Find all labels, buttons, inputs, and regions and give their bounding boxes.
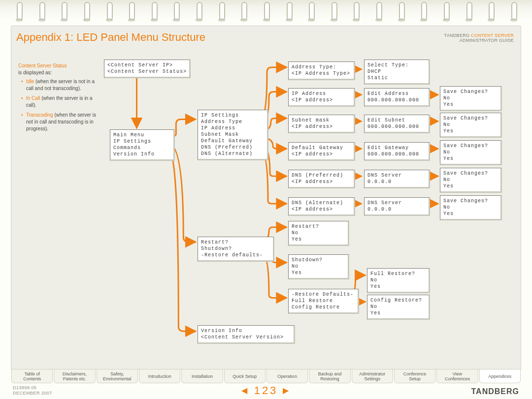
legend-item: Idle (when the server is not in a call a… [21, 78, 97, 92]
box-save-3: Save Changes? No Yes [440, 140, 502, 165]
ring-icon [145, 0, 163, 26]
legend-subheading: is displayed as: [18, 70, 52, 75]
spiral-binding [10, 0, 522, 26]
page-number-value: 123 [254, 384, 278, 397]
ring-icon [280, 0, 298, 26]
box-cfgrest: Config Restore? No Yes [367, 295, 430, 320]
ring-icon [190, 0, 207, 26]
legend-item: In Call (when the server is in a call). [21, 95, 97, 109]
tab-table-of-contents[interactable]: Table ofContents [11, 369, 53, 383]
box-dnspref: DNS (Preferred) <IP address> [288, 170, 355, 188]
box-restoredef: -Restore Defaults- Full Restore Config R… [288, 289, 359, 314]
status-legend: Content Server Status is displayed as: I… [18, 62, 97, 135]
sheet: Appendix 1: LED Panel Menu Structure TAN… [11, 26, 521, 369]
box-save-2: Save Changes? No Yes [440, 113, 502, 138]
tab-backup-and-restoring[interactable]: Backup andRestoring [309, 369, 350, 383]
box-editgw: Edit Gateway 000.000.000.000 [364, 142, 430, 161]
ring-icon [437, 0, 455, 26]
ring-icon [234, 0, 252, 26]
box-subnet: Subnet mask <IP address> [288, 115, 355, 133]
prev-page-icon[interactable]: ◀ [241, 386, 249, 395]
ring-icon [460, 0, 477, 26]
ring-icon [504, 0, 522, 26]
ring-icon [482, 0, 499, 26]
box-root: <Content Server IP> <Content Server Stat… [104, 60, 191, 78]
box-save-5: Save Changes? No Yes [440, 195, 502, 220]
tab-installation[interactable]: Installation [181, 369, 223, 383]
tab-disclaimers-patents-etc[interactable]: Disclaimers,Patents etc. [54, 369, 95, 383]
ring-icon [392, 0, 410, 26]
ring-icon [302, 0, 320, 26]
box-editaddr: Edit Address 000.000.000.000 [364, 88, 430, 107]
page-title: Appendix 1: LED Panel Menu Structure [16, 31, 205, 44]
ring-icon [212, 0, 230, 26]
ring-icon [77, 0, 95, 26]
tab-operation[interactable]: Operation [266, 369, 308, 383]
legend-item: Transcoding (when the server is not in c… [21, 112, 97, 132]
ring-icon [10, 0, 28, 26]
ring-icon [257, 0, 275, 26]
box-save-4: Save Changes? No Yes [440, 168, 502, 193]
box-addrtype: Address Type: <IP Address Type> [288, 61, 355, 80]
ring-icon [347, 0, 365, 26]
next-page-icon[interactable]: ▶ [283, 386, 291, 395]
doc-subtitle: ADMINISTRATOR GUIDE [460, 38, 514, 43]
ring-icon [414, 0, 432, 26]
ring-icon [167, 0, 185, 26]
doc-brand: TANDBERG [444, 33, 471, 38]
ring-icon [100, 0, 118, 26]
ring-icon [369, 0, 387, 26]
box-shutdownq: Shutdown? No Yes [288, 254, 349, 279]
box-cmds: Restart? Shutdown? -Restore defaults- [198, 237, 274, 262]
page: Appendix 1: LED Panel Menu Structure TAN… [0, 0, 532, 399]
box-restartq: Restart? No Yes [288, 221, 349, 246]
tab-safety-environmental[interactable]: Safety,Environmental [97, 369, 138, 383]
doc-product: CONTENT SERVER [471, 33, 514, 38]
tab-view-conferences[interactable]: ViewConferences [436, 369, 478, 383]
box-ipaddr: IP Address <IP address> [288, 88, 355, 107]
tab-administrator-settings[interactable]: AdministratorSettings [352, 369, 393, 383]
ring-icon [122, 0, 140, 26]
page-number[interactable]: ◀ 123 ▶ [0, 384, 532, 397]
box-fullrest: Full Restore? No Yes [367, 268, 430, 293]
ring-icon [55, 0, 72, 26]
tab-introduction[interactable]: Introduction [139, 369, 180, 383]
box-gateway: Default Gateway <IP address> [288, 142, 355, 161]
legend-heading: Content Server Status [18, 63, 66, 68]
box-version: Version Info <Content Server Version> [198, 325, 295, 344]
bottom-tabs: Table ofContentsDisclaimers,Patents etc.… [11, 369, 521, 383]
box-seltype: Select Type: DHCP Static [364, 60, 430, 85]
box-dnssrv-2: DNS Server 0.0.0.0 [364, 197, 430, 216]
box-ipsettings: IP Settings Address Type IP Address Subn… [198, 110, 268, 160]
ring-icon [325, 0, 342, 26]
box-dnsalt: DNS (Alternate) <IP address> [288, 197, 355, 216]
tab-appendices[interactable]: Appendices [479, 369, 521, 383]
box-editsubnet: Edit Subnet 000.000.000.000 [364, 115, 430, 133]
tab-conference-setup[interactable]: ConferenceSetup [394, 369, 435, 383]
box-save-1: Save Changes? No Yes [440, 86, 502, 111]
brand-logo: TANDBERG [471, 387, 519, 396]
ring-icon [33, 0, 50, 26]
tab-quick-setup[interactable]: Quick Setup [224, 369, 266, 383]
box-mainmenu: Main Menu IP Settings Commands Version I… [110, 129, 175, 161]
legend-list: Idle (when the server is not in a call a… [21, 78, 97, 132]
box-dnssrv-1: DNS Server 0.0.0.0 [364, 170, 430, 188]
doc-id: TANDBERG CONTENT SERVER ADMINISTRATOR GU… [444, 33, 514, 43]
